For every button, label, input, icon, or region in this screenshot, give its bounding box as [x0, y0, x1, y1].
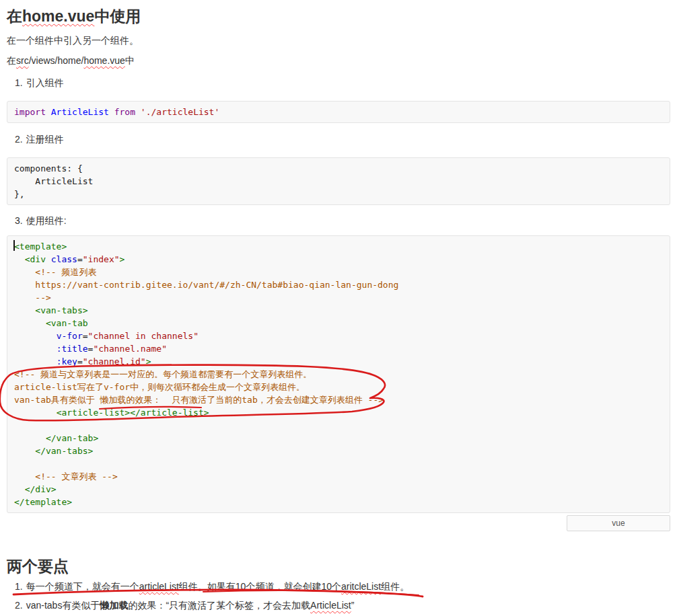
- language-selector[interactable]: vue: [567, 515, 670, 531]
- text-segment: 组件。如果有10个频道，就会创建10个: [179, 581, 341, 592]
- code-token: [14, 267, 35, 277]
- code-token: "channel in channels": [88, 331, 199, 341]
- code-token: [109, 107, 114, 117]
- list-marker: 1.: [15, 581, 23, 592]
- code-token: </template>: [14, 497, 72, 507]
- code-line: :key="channel.id">: [14, 355, 663, 368]
- code-token: =: [83, 331, 88, 341]
- code-token: <van-tab: [46, 318, 88, 328]
- text-segment: /views/home/: [29, 55, 84, 66]
- code-line: <van-tabs>: [14, 304, 663, 317]
- code-token: =: [77, 254, 83, 264]
- code-token: from: [114, 107, 135, 117]
- code-token: import: [14, 107, 46, 117]
- code-block-components: components: { ArticleList},: [7, 157, 670, 205]
- list-marker: 2.: [15, 600, 23, 611]
- code-token: van-tab具有类似于 懒加载的效果： 只有激活了当前的tab，才会去创建文章…: [14, 395, 384, 405]
- code-line: article-list写在了v-for中，则每次循环都会生成一个文章列表组件。: [14, 381, 663, 393]
- code-token: [14, 318, 46, 328]
- code-token: "index": [83, 254, 120, 264]
- misspelled-word: home.vue: [83, 55, 124, 66]
- intro-paragraph: 在一个组件中引入另一个组件。: [7, 34, 670, 47]
- code-token: [14, 293, 35, 303]
- code-token: "channel.id": [83, 356, 146, 367]
- code-token: [14, 356, 57, 367]
- file-path-paragraph: 在src/views/home/home.vue中: [7, 54, 670, 67]
- text-segment: ”: [351, 600, 355, 611]
- code-line: <!-- 文章列表 -->: [14, 470, 663, 483]
- code-token: [46, 254, 51, 264]
- list-marker: 1.: [15, 77, 23, 88]
- code-line: <!-- 频道与文章列表是一一对应的。每个频道都需要有一个文章列表组件。: [14, 368, 663, 381]
- code-block-template: <template> <div class="index"> <!-- 频道列表…: [7, 235, 670, 513]
- step-label: 使用组件:: [26, 215, 67, 226]
- code-line: -->: [14, 291, 663, 304]
- key-point-text: 每一个频道下，就会有一个articleList组件。如果有10个频道，就会创建1…: [26, 581, 409, 592]
- step-item-2: 2.注册组件: [7, 132, 670, 146]
- misspelled-word: articleList: [139, 581, 179, 592]
- misspelled-word: ArticleList: [310, 600, 351, 611]
- misspelled-word: aritcleList: [341, 581, 381, 592]
- code-line: <article-list></article-list>: [14, 406, 663, 419]
- code-token: "channel.name": [93, 344, 167, 354]
- code-token: >: [120, 254, 125, 264]
- code-token: [14, 280, 35, 290]
- step-label: 引入组件: [26, 77, 64, 88]
- list-marker: 2.: [15, 134, 23, 145]
- code-line: <div class="index">: [14, 253, 663, 266]
- section-title-key-points: 两个要点: [7, 557, 670, 576]
- bold-text: 懒加载: [100, 600, 128, 611]
- code-token: [14, 344, 57, 354]
- code-line: </van-tab>: [14, 432, 663, 445]
- text-cursor: [13, 240, 15, 251]
- code-token: </van-tab>: [46, 433, 98, 443]
- step-label: 注册组件: [26, 134, 64, 145]
- code-line: ArticleList: [14, 175, 663, 188]
- code-token: components: {: [14, 163, 83, 174]
- code-token: [14, 471, 35, 482]
- step-item-3: 3.使用组件:: [7, 214, 670, 227]
- page-title: 在home.vue中使用: [7, 7, 670, 26]
- document-page: { "colors": { "annotation_red": "#d91c1c…: [0, 0, 677, 616]
- key-point-text: van-tabs有类似于懒加载的效果：“只有激活了某个标签，才会去加载Artic…: [26, 600, 355, 611]
- text-segment: van-tabs有类似于: [26, 600, 100, 611]
- code-token: <!-- 文章列表 -->: [35, 471, 117, 482]
- code-token: },: [14, 189, 25, 199]
- code-token: </div>: [25, 484, 57, 494]
- code-line: },: [14, 188, 663, 200]
- code-token: [46, 107, 51, 117]
- text-segment: 在: [7, 7, 22, 25]
- code-line: <van-tab: [14, 317, 663, 330]
- code-token: :key: [57, 356, 77, 367]
- code-token: v-for: [57, 331, 83, 341]
- code-token: [14, 254, 25, 264]
- code-line: :title="channel.name": [14, 342, 663, 355]
- code-token: './articleList': [141, 107, 219, 117]
- code-token: [14, 408, 57, 418]
- code-token: >: [146, 356, 151, 367]
- code-token: [14, 484, 25, 494]
- misspelled-word: src: [16, 55, 29, 66]
- code-token: https://vant-contrib.gitee.io/vant/#/zh-…: [35, 280, 398, 290]
- code-token: <van-tabs>: [35, 305, 87, 315]
- key-point-item-1: 1.每一个频道下，就会有一个articleList组件。如果有10个频道，就会创…: [7, 580, 670, 593]
- code-token: <!-- 频道与文章列表是一一对应的。每个频道都需要有一个文章列表组件。: [14, 369, 312, 379]
- code-token: :title: [57, 344, 88, 354]
- code-token: article-list写在了v-for中，则每次循环都会生成一个文章列表组件。: [14, 382, 305, 392]
- misspelled-word: home.vue: [22, 7, 94, 25]
- code-block-import: import ArticleList from './articleList': [7, 101, 670, 123]
- code-line: components: {: [14, 162, 663, 175]
- key-point-item-2: 2.van-tabs有类似于懒加载的效果：“只有激活了某个标签，才会去加载Art…: [7, 599, 670, 612]
- code-token: ArticleList: [14, 176, 93, 186]
- code-line: <!-- 频道列表: [14, 266, 663, 278]
- code-token: [14, 433, 46, 443]
- code-line: </div>: [14, 483, 663, 496]
- code-token: [14, 305, 35, 315]
- code-token: -->: [35, 293, 50, 303]
- code-line: </van-tabs>: [14, 445, 663, 457]
- step-item-1: 1.引入组件: [7, 76, 670, 89]
- code-token: <!-- 频道列表: [35, 267, 96, 277]
- text-segment: 在: [7, 55, 16, 66]
- code-token: ArticleList: [51, 107, 109, 117]
- text-segment: 中使用: [94, 7, 141, 25]
